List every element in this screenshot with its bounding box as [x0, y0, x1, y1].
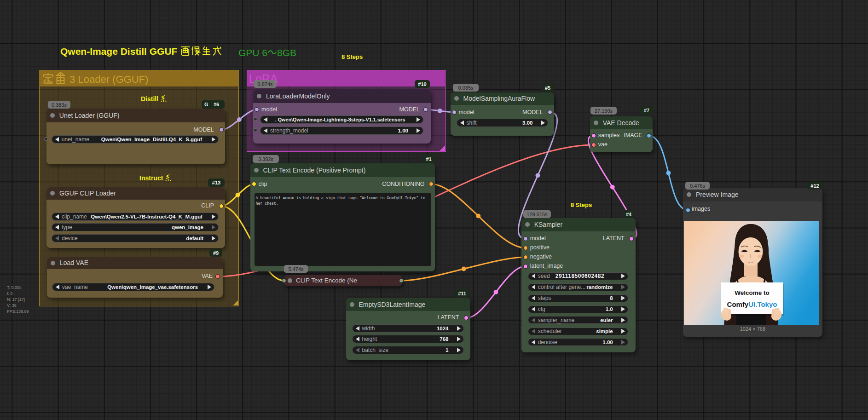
svg-text:Welcome to: Welcome to [735, 289, 770, 296]
svg-text:ComfyUI.Tokyo: ComfyUI.Tokyo [727, 300, 777, 308]
